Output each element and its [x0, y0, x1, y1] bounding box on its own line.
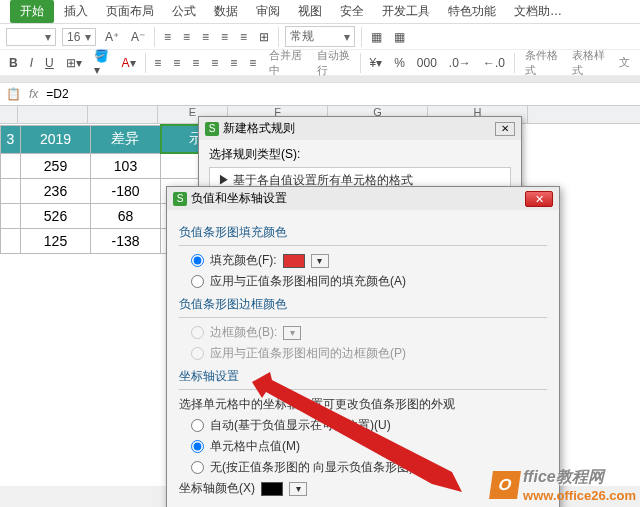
number-format-select[interactable]: 常规▾	[285, 26, 355, 47]
valign-bot-icon[interactable]: ≡	[189, 55, 202, 71]
tab-review[interactable]: 审阅	[248, 0, 288, 23]
align-left-icon[interactable]: ≡	[161, 29, 174, 45]
tab-layout[interactable]: 页面布局	[98, 0, 162, 23]
section-axis: 坐标轴设置	[179, 368, 547, 385]
align-center-icon[interactable]: ≡	[180, 29, 193, 45]
font-color-btn[interactable]: A▾	[119, 55, 139, 71]
underline-btn[interactable]: U	[42, 55, 57, 71]
radio-border-color: 边框颜色(B): ▾	[191, 324, 547, 341]
align-right-icon[interactable]: ≡	[199, 29, 212, 45]
radio-axis-auto[interactable]: 自动(基于负值显示在可变位置)(U)	[191, 417, 547, 434]
more-label[interactable]: 文	[615, 55, 634, 70]
close-icon[interactable]: ✕	[495, 122, 515, 136]
formula-input[interactable]	[46, 87, 196, 101]
merge-label[interactable]: 合并居中	[265, 48, 306, 78]
axis-desc: 选择单元格中的坐标轴位置可更改负值条形图的外观	[179, 396, 547, 413]
fill-color-btn[interactable]: 🪣▾	[91, 48, 113, 78]
tab-special[interactable]: 特色功能	[440, 0, 504, 23]
app-icon: S	[205, 122, 219, 136]
radio-same-fill[interactable]: 应用与正值条形图相同的填充颜色(A)	[191, 273, 547, 290]
cell[interactable]: 526	[21, 203, 91, 228]
italic-btn[interactable]: I	[27, 55, 36, 71]
tab-insert[interactable]: 插入	[56, 0, 96, 23]
radio-axis-midpoint[interactable]: 单元格中点值(M)	[191, 438, 547, 455]
border-btn[interactable]: ⊞▾	[63, 55, 85, 71]
comma-btn[interactable]: 000	[414, 55, 440, 71]
formula-bar: 📋 fx	[0, 82, 640, 106]
wrap-label[interactable]: 自动换行	[313, 48, 354, 78]
dec-font-btn[interactable]: A⁻	[128, 29, 148, 45]
watermark-url: www.office26.com	[523, 488, 636, 503]
app-icon: S	[173, 192, 187, 206]
radio-same-border: 应用与正值条形图相同的边框颜色(P)	[191, 345, 547, 362]
chevron-down-icon[interactable]: ▾	[289, 482, 307, 496]
cell[interactable]: 125	[21, 228, 91, 253]
radio-fill-color[interactable]: 填充颜色(F): ▾	[191, 252, 547, 269]
toolbar-row-2: B I U ⊞▾ 🪣▾ A▾ ≡ ≡ ≡ ≡ ≡ ≡ 合并居中 自动换行 ¥▾ …	[0, 50, 640, 76]
halign-left-icon[interactable]: ≡	[208, 55, 221, 71]
tab-dev[interactable]: 开发工具	[374, 0, 438, 23]
cell[interactable]: 103	[91, 153, 161, 178]
table-style-label[interactable]: 表格样式	[568, 48, 609, 78]
cell[interactable]: 236	[21, 178, 91, 203]
autosum-icon[interactable]: 📋	[6, 87, 21, 101]
bold-btn[interactable]: B	[6, 55, 21, 71]
section-fill: 负值条形图填充颜色	[179, 224, 547, 241]
indent-inc-icon[interactable]: ≡	[237, 29, 250, 45]
tab-data[interactable]: 数据	[206, 0, 246, 23]
valign-top-icon[interactable]: ≡	[151, 55, 164, 71]
dec-decimal-btn[interactable]: ←.0	[480, 55, 508, 71]
close-icon[interactable]: ✕	[525, 191, 553, 207]
dialog2-title: 负值和坐标轴设置	[191, 191, 287, 205]
halign-center-icon[interactable]: ≡	[227, 55, 240, 71]
cell[interactable]: -180	[91, 178, 161, 203]
tab-view[interactable]: 视图	[290, 0, 330, 23]
inc-decimal-btn[interactable]: .0→	[446, 55, 474, 71]
cond-format-icon[interactable]: ▦	[368, 29, 385, 45]
dialog1-title: 新建格式规则	[223, 121, 295, 135]
dialog-negative-axis: S负值和坐标轴设置 ✕ 负值条形图填充颜色 填充颜色(F): ▾ 应用与正值条形…	[166, 186, 560, 507]
table-style-icon[interactable]: ▦	[391, 29, 408, 45]
cell[interactable]: 68	[91, 203, 161, 228]
cell[interactable]: -138	[91, 228, 161, 253]
chevron-down-icon[interactable]: ▾	[311, 254, 329, 268]
fx-label[interactable]: fx	[29, 87, 38, 101]
inc-font-btn[interactable]: A⁺	[102, 29, 122, 45]
valign-mid-icon[interactable]: ≡	[170, 55, 183, 71]
halign-right-icon[interactable]: ≡	[246, 55, 259, 71]
indent-dec-icon[interactable]: ≡	[218, 29, 231, 45]
section-border: 负值条形图边框颜色	[179, 296, 547, 313]
chevron-down-icon: ▾	[283, 326, 301, 340]
tab-security[interactable]: 安全	[332, 0, 372, 23]
tab-formula[interactable]: 公式	[164, 0, 204, 23]
merge-icon[interactable]: ⊞	[256, 29, 272, 45]
axis-color-swatch[interactable]	[261, 482, 283, 496]
ribbon-tabs: 开始 插入 页面布局 公式 数据 审阅 视图 安全 开发工具 特色功能 文档助…	[0, 0, 640, 24]
header-2019: 2019	[21, 125, 91, 153]
cond-format-label[interactable]: 条件格式	[521, 48, 562, 78]
tab-start[interactable]: 开始	[10, 0, 54, 23]
font-family-select[interactable]: ▾	[6, 28, 56, 46]
header-diff: 差异	[91, 125, 161, 153]
rule-type-label: 选择规则类型(S):	[209, 146, 511, 163]
currency-btn[interactable]: ¥▾	[366, 55, 385, 71]
watermark-icon: O	[489, 471, 521, 499]
toolbar-row-1: ▾ 16▾ A⁺ A⁻ ≡ ≡ ≡ ≡ ≡ ⊞ 常规▾ ▦ ▦	[0, 24, 640, 50]
watermark-text: ffice教程网	[523, 468, 604, 485]
percent-btn[interactable]: %	[391, 55, 408, 71]
watermark: O ffice教程网 www.office26.com	[491, 467, 636, 503]
fill-color-swatch[interactable]	[283, 254, 305, 268]
cell[interactable]: 259	[21, 153, 91, 178]
row-header-stub: 3	[1, 125, 21, 153]
tab-dochelp[interactable]: 文档助…	[506, 0, 570, 23]
font-size-select[interactable]: 16▾	[62, 28, 96, 46]
